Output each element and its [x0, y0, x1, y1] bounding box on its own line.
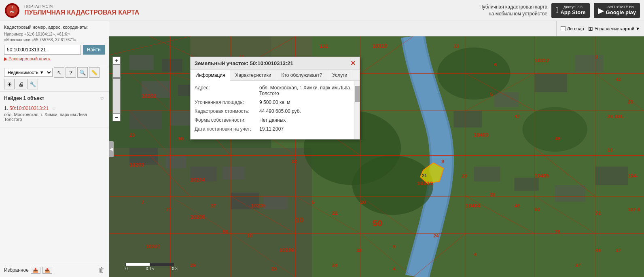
results-count: Найден 1 объект: [4, 95, 44, 101]
svg-text:10: 10: [296, 216, 304, 224]
layers-btn[interactable]: ⊞: [4, 79, 15, 89]
add-to-favorites-icon[interactable]: ☆: [100, 95, 105, 101]
legend-toggle[interactable]: Легенда: [561, 26, 584, 31]
advanced-search-link[interactable]: ▶ Расширенный поиск: [4, 56, 105, 61]
zoom-slider[interactable]: [112, 65, 121, 113]
svg-text:24: 24: [433, 233, 439, 238]
sidebar-collapse-btn[interactable]: ◀: [109, 141, 114, 157]
svg-text:4: 4: [474, 252, 477, 256]
popup-tab-3[interactable]: Услуги: [327, 70, 352, 80]
result-link[interactable]: 50:10:0010313:21: [9, 106, 49, 111]
svg-text:20: 20: [360, 200, 366, 204]
info-row-3: Форма собственности: Нет данных: [195, 117, 352, 123]
zoom-in-btn[interactable]: 🔍: [77, 67, 88, 78]
svg-text:42: 42: [616, 77, 621, 82]
popup-header: Земельный участок: 50:10:0010313:21 ✕: [191, 57, 360, 70]
svg-text:26: 26: [628, 99, 633, 104]
legend-label: Легенда: [567, 26, 584, 31]
svg-text:10313: 10313: [417, 180, 433, 186]
svg-text:10204: 10204: [190, 177, 205, 182]
svg-text:37: 37: [575, 263, 580, 268]
search-input-row: Найти: [4, 45, 105, 55]
googleplay-icon: ▶: [598, 6, 604, 15]
popup-tab-0[interactable]: Информация: [191, 70, 230, 81]
result-star[interactable]: ☆: [52, 106, 56, 111]
favorites-delete-btn[interactable]: 🗑: [98, 266, 105, 274]
svg-rect-9: [162, 59, 182, 72]
info-tool-btn[interactable]: ?: [66, 67, 76, 78]
main-layout: Кадастровый номер, адрес, координаты: На…: [0, 21, 644, 277]
header-title-block: ПОРТАЛ УСЛУГ ПУБЛИЧНАЯ КАДАСТРОВАЯ КАРТА: [24, 4, 139, 16]
header-left: ⚜ РФ ПОРТАЛ УСЛУГ ПУБЛИЧНАЯ КАДАСТРОВАЯ …: [4, 2, 139, 19]
info-row-0: Адрес: обл. Московская, г. Химки, парк и…: [195, 85, 352, 96]
header-right: Публичная кадастровая карта на мобильном…: [479, 3, 640, 18]
property-type-select[interactable]: Недвижимость ▼: [4, 68, 53, 77]
svg-text:РФ: РФ: [10, 11, 15, 13]
svg-text:4: 4: [393, 267, 396, 271]
popup-scrollbar-handle[interactable]: [355, 86, 360, 102]
svg-text:48: 48: [595, 248, 601, 253]
svg-text:6: 6: [494, 62, 497, 67]
pointer-tool-btn[interactable]: ↖: [54, 67, 64, 78]
favorites-label: Избранное: [4, 267, 29, 273]
svg-rect-26: [555, 185, 585, 202]
svg-text:9: 9: [595, 55, 598, 59]
svg-text:10203: 10203: [129, 162, 144, 167]
info-row-4: Дата постановки на учет: 19.11.2007: [195, 126, 352, 132]
zoom-out-map-btn[interactable]: −: [112, 113, 121, 121]
popup-tab-1[interactable]: Характеристики: [230, 70, 276, 80]
info-label-4: Дата постановки на учет:: [195, 126, 259, 132]
favorites-export-btn[interactable]: 📥: [31, 267, 40, 274]
svg-rect-19: [263, 196, 288, 209]
svg-text:72: 72: [595, 211, 601, 216]
legend-area: Легенда ⊞ Управление картой ▼: [556, 21, 644, 36]
scale-segment-2: [150, 263, 174, 266]
googleplay-button[interactable]: ▶ ЗАГРУЗИТЕ НА Google play: [594, 3, 640, 18]
appstore-button[interactable]:  Доступно в App Store: [551, 3, 589, 18]
results-section: Найден 1 объект ☆ 1. 50:10:0010313:21 ☆ …: [0, 92, 109, 127]
svg-rect-22: [535, 74, 567, 92]
info-value-1: 9 500.00 кв. м: [259, 99, 352, 105]
svg-point-32: [523, 107, 587, 152]
portal-title: ПУБЛИЧНАЯ КАДАСТРОВАЯ КАРТА: [24, 9, 139, 16]
print-btn[interactable]: 🖨: [16, 79, 26, 89]
scale-label-1: 0.15: [146, 266, 154, 271]
search-input[interactable]: [4, 45, 81, 55]
svg-rect-12: [129, 111, 162, 129]
map-area[interactable]: Легенда ⊞ Управление картой ▼: [109, 21, 644, 277]
svg-text:77: 77: [166, 207, 171, 212]
favorites-import-btn[interactable]: 📤: [42, 267, 52, 274]
svg-text:47: 47: [515, 114, 520, 119]
settings-btn[interactable]: 🔧: [28, 79, 38, 89]
svg-rect-27: [595, 167, 628, 185]
popup-close-btn[interactable]: ✕: [350, 59, 356, 67]
result-number: 1.: [4, 106, 8, 111]
info-label-0: Адрес:: [195, 85, 259, 91]
googleplay-text: ЗАГРУЗИТЕ НА Google play: [606, 5, 636, 15]
search-button[interactable]: Найти: [83, 45, 105, 55]
svg-text:10312: 10312: [535, 58, 549, 63]
svg-rect-25: [515, 178, 539, 190]
header: ⚜ РФ ПОРТАЛ УСЛУГ ПУБЛИЧНАЯ КАДАСТРОВАЯ …: [0, 0, 644, 21]
svg-text:33: 33: [453, 44, 459, 48]
map-satellite[interactable]: 10202 10304 41 18 132 10310 33 6 10312 9…: [109, 36, 644, 277]
manage-map-label: Управление картой ▼: [595, 26, 640, 31]
zoom-slider-handle[interactable]: [113, 77, 120, 79]
svg-text:28: 28: [490, 192, 496, 197]
zoom-in-map-btn[interactable]: +: [112, 57, 121, 65]
popup-scrollbar[interactable]: [354, 81, 360, 139]
svg-rect-23: [575, 55, 604, 72]
svg-text:10209: 10209: [280, 248, 294, 253]
manage-map-btn[interactable]: ⊞ Управление картой ▼: [588, 25, 640, 32]
svg-text:132: 132: [320, 44, 328, 48]
info-label-2: Кадастровая стоимость:: [195, 108, 259, 114]
measure-btn[interactable]: 📏: [89, 67, 100, 78]
result-item: 1. 50:10:0010313:21 ☆ обл. Московская, г…: [4, 104, 105, 124]
apple-icon: : [555, 6, 558, 15]
info-popup: Земельный участок: 50:10:0010313:21 ✕ Ин…: [190, 57, 360, 140]
popup-tab-2[interactable]: Кто обслуживает?: [276, 70, 327, 80]
legend-checkbox[interactable]: [561, 26, 566, 31]
svg-text:8: 8: [441, 159, 444, 163]
svg-text:29: 29: [190, 263, 195, 268]
search-label: Кадастровый номер, адрес, координаты:: [4, 24, 105, 30]
